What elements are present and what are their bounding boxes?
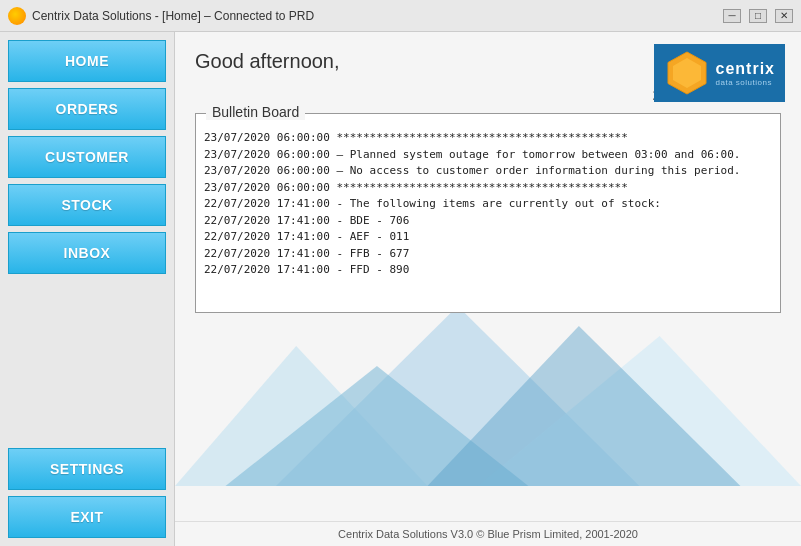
title-bar: Centrix Data Solutions - [Home] – Connec…: [0, 0, 801, 32]
footer-text: Centrix Data Solutions V3.0 © Blue Prism…: [338, 528, 638, 540]
logo-text-area: centrix data solutions: [716, 60, 775, 87]
logo-name: centrix: [716, 60, 775, 78]
bulletin-line: 22/07/2020 17:41:00 - BDE - 706: [204, 213, 772, 230]
app-body: HOME ORDERS CUSTOMER STOCK INBOX SETTING…: [0, 32, 801, 546]
app-icon: [8, 7, 26, 25]
bulletin-section: Bulletin Board 23/07/2020 06:00:00 *****…: [195, 113, 781, 513]
sidebar-item-settings[interactable]: SETTINGS: [8, 448, 166, 490]
sidebar-spacer: [8, 280, 166, 442]
bulletin-line: 23/07/2020 06:00:00 ********************…: [204, 130, 772, 147]
sidebar-item-inbox[interactable]: INBOX: [8, 232, 166, 274]
main-content: centrix data solutions Good afternoon, 2…: [175, 32, 801, 546]
bulletin-line: 22/07/2020 17:41:00 - The following item…: [204, 196, 772, 213]
bulletin-board: Bulletin Board 23/07/2020 06:00:00 *****…: [195, 113, 781, 313]
sidebar-item-home[interactable]: HOME: [8, 40, 166, 82]
title-bar-controls: ─ □ ✕: [723, 9, 793, 23]
bulletin-line: 23/07/2020 06:00:00 – Planned system out…: [204, 147, 772, 164]
bulletin-line: 22/07/2020 17:41:00 - AEF - 011: [204, 229, 772, 246]
sidebar-item-exit[interactable]: EXIT: [8, 496, 166, 538]
sidebar-item-orders[interactable]: ORDERS: [8, 88, 166, 130]
bulletin-line: 23/07/2020 06:00:00 – No access to custo…: [204, 163, 772, 180]
logo-area: centrix data solutions: [654, 44, 785, 102]
sidebar-item-stock[interactable]: STOCK: [8, 184, 166, 226]
bulletin-title: Bulletin Board: [206, 104, 305, 120]
minimize-button[interactable]: ─: [723, 9, 741, 23]
logo-hexagon-icon: [664, 50, 710, 96]
bulletin-line: 22/07/2020 17:41:00 - FFB - 677: [204, 246, 772, 263]
footer: Centrix Data Solutions V3.0 © Blue Prism…: [175, 521, 801, 546]
close-button[interactable]: ✕: [775, 9, 793, 23]
greeting-text: Good afternoon,: [195, 50, 340, 73]
bulletin-line: 23/07/2020 06:00:00 ********************…: [204, 180, 772, 197]
sidebar-bottom: SETTINGS EXIT: [8, 448, 166, 546]
maximize-button[interactable]: □: [749, 9, 767, 23]
sidebar: HOME ORDERS CUSTOMER STOCK INBOX SETTING…: [0, 32, 175, 546]
title-bar-text: Centrix Data Solutions - [Home] – Connec…: [32, 9, 723, 23]
logo-subtitle: data solutions: [716, 78, 775, 87]
logo-box: centrix data solutions: [654, 44, 785, 102]
bulletin-line: 22/07/2020 17:41:00 - FFD - 890: [204, 262, 772, 279]
sidebar-item-customer[interactable]: CUSTOMER: [8, 136, 166, 178]
bulletin-content[interactable]: 23/07/2020 06:00:00 ********************…: [196, 114, 780, 312]
